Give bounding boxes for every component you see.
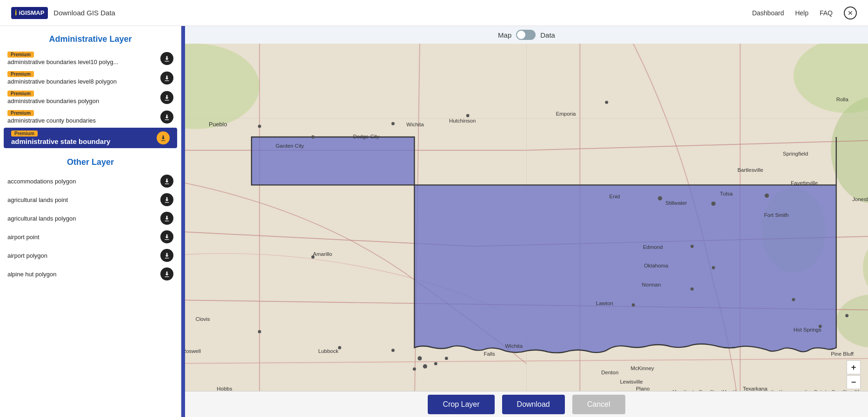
svg-text:Falls: Falls: [484, 351, 495, 357]
svg-point-23: [605, 101, 608, 104]
svg-point-42: [845, 314, 848, 317]
other-section: Other Layer accommodations polygon agric…: [0, 149, 181, 283]
other-item-3[interactable]: agricultural lands polygon: [0, 209, 181, 228]
premium-badge-1: Premium: [7, 52, 34, 58]
close-button[interactable]: ✕: [844, 7, 857, 20]
svg-text:Fort Smith: Fort Smith: [764, 212, 789, 218]
download-icon-2[interactable]: [160, 72, 173, 85]
layer-name-5: administrative state boundary: [11, 137, 110, 145]
svg-text:Wichita: Wichita: [406, 122, 424, 127]
svg-point-32: [258, 330, 261, 333]
svg-text:Stillwater: Stillwater: [665, 200, 687, 206]
svg-text:Roswell: Roswell: [185, 348, 201, 354]
layer-name-4: administrative county boundaries: [7, 117, 96, 124]
svg-text:Enid: Enid: [610, 194, 620, 199]
svg-point-21: [391, 122, 395, 125]
other-item-1[interactable]: accommodations polygon: [0, 172, 181, 190]
other-layer-name-6: alpine hut polygon: [7, 271, 57, 278]
administrative-section-title: Administrative Layer: [0, 26, 181, 49]
svg-point-36: [434, 362, 437, 365]
bottom-toolbar: Crop Layer Download Cancel: [185, 391, 868, 417]
svg-point-27: [690, 245, 694, 248]
layer-item-1-left: Premium administrative boundaries level1…: [7, 52, 118, 65]
svg-point-22: [466, 114, 470, 117]
layer-item-5-active[interactable]: Premium administrative state boundary: [4, 128, 177, 148]
other-download-icon-3[interactable]: [160, 212, 173, 225]
svg-text:Fayetteville: Fayetteville: [791, 180, 818, 186]
layer-item-3[interactable]: Premium administrative boundaries polygo…: [0, 88, 181, 107]
other-download-icon-2[interactable]: [160, 193, 173, 206]
download-button[interactable]: Download: [502, 395, 565, 414]
layer-name-3: administrative boundaries polygon: [7, 98, 99, 104]
cancel-button[interactable]: Cancel: [572, 395, 625, 414]
premium-badge-4: Premium: [7, 110, 34, 116]
premium-badge-2: Premium: [7, 71, 34, 77]
download-icon-4[interactable]: [160, 111, 173, 124]
toggle-knob: [517, 31, 525, 39]
other-download-icon-6[interactable]: [160, 267, 173, 280]
map-background-svg: Pueblo Garden City Dodge City Hutchinson…: [185, 44, 868, 417]
nav-help[interactable]: Help: [795, 9, 808, 17]
header-right: Dashboard Help FAQ ✕: [752, 7, 857, 20]
svg-point-24: [658, 196, 662, 200]
other-item-6[interactable]: alpine hut polygon: [0, 265, 181, 283]
other-item-5[interactable]: airport polygon: [0, 246, 181, 265]
logo-icon: i: [15, 9, 17, 17]
svg-point-28: [712, 266, 715, 269]
zoom-out-button[interactable]: −: [847, 375, 861, 389]
svg-text:Bartlesville: Bartlesville: [737, 167, 763, 173]
other-section-title: Other Layer: [0, 149, 181, 172]
administrative-section: Administrative Layer Premium administrat…: [0, 26, 181, 149]
other-layer-name-2: agricultural lands point: [7, 196, 68, 203]
download-icon-5[interactable]: [157, 131, 170, 144]
map-data-toggle[interactable]: [516, 30, 536, 40]
svg-point-20: [311, 136, 315, 139]
layer-item-2[interactable]: Premium administrative boundaries level8…: [0, 68, 181, 88]
crop-layer-button[interactable]: Crop Layer: [428, 395, 494, 414]
map-svg-container[interactable]: Pueblo Garden City Dodge City Hutchinson…: [185, 44, 868, 417]
svg-text:McKinney: McKinney: [630, 365, 654, 371]
svg-point-26: [765, 194, 769, 198]
svg-text:Lubbock: Lubbock: [318, 348, 339, 354]
layer-item-1[interactable]: Premium administrative boundaries level1…: [0, 49, 181, 68]
main-layout: Administrative Layer Premium administrat…: [0, 26, 868, 417]
svg-text:Garden City: Garden City: [276, 143, 304, 149]
svg-text:Dodge City: Dodge City: [353, 134, 379, 139]
logo-text: iGISMAP: [19, 9, 44, 16]
svg-text:Emporia: Emporia: [556, 111, 576, 117]
other-layer-name-4: airport point: [7, 234, 40, 241]
svg-point-34: [417, 356, 422, 360]
zoom-in-button[interactable]: +: [847, 360, 861, 374]
logo[interactable]: i iGISMAP: [11, 7, 48, 19]
other-item-2[interactable]: agricultural lands point: [0, 190, 181, 209]
other-download-icon-5[interactable]: [160, 249, 173, 262]
layer-item-4-left: Premium administrative county boundaries: [7, 110, 96, 124]
svg-text:Springfield: Springfield: [783, 151, 808, 156]
header: i iGISMAP Download GIS Data Dashboard He…: [0, 0, 868, 26]
other-download-icon-4[interactable]: [160, 230, 173, 243]
other-download-icon-1[interactable]: [160, 175, 173, 188]
svg-point-30: [632, 303, 635, 306]
svg-text:Hot Springs: Hot Springs: [794, 327, 822, 332]
premium-badge-3: Premium: [7, 91, 34, 97]
svg-text:Jonesboro: Jonesboro: [852, 196, 868, 202]
other-item-4[interactable]: airport point: [0, 228, 181, 246]
layer-name-1: administrative boundaries level10 polyg.…: [7, 59, 118, 65]
svg-text:Tulsa: Tulsa: [720, 191, 733, 196]
svg-point-40: [792, 298, 795, 301]
svg-text:Hutchinson: Hutchinson: [449, 118, 476, 124]
svg-text:Lawton: Lawton: [596, 300, 613, 306]
layer-item-5-left: Premium administrative state boundary: [11, 130, 110, 145]
layer-item-4[interactable]: Premium administrative county boundaries: [0, 107, 181, 127]
svg-point-38: [413, 367, 416, 371]
download-icon-1[interactable]: [160, 52, 173, 65]
other-layer-name-5: airport polygon: [7, 252, 47, 259]
sidebar: Administrative Layer Premium administrat…: [0, 26, 181, 417]
header-left: i iGISMAP Download GIS Data: [11, 7, 115, 19]
svg-text:Oklahoma: Oklahoma: [644, 263, 669, 268]
nav-faq[interactable]: FAQ: [820, 9, 833, 17]
download-icon-3[interactable]: [160, 91, 173, 104]
scroll-divider: [181, 26, 185, 417]
nav-dashboard[interactable]: Dashboard: [752, 9, 784, 17]
svg-text:Lewisville: Lewisville: [620, 379, 643, 384]
